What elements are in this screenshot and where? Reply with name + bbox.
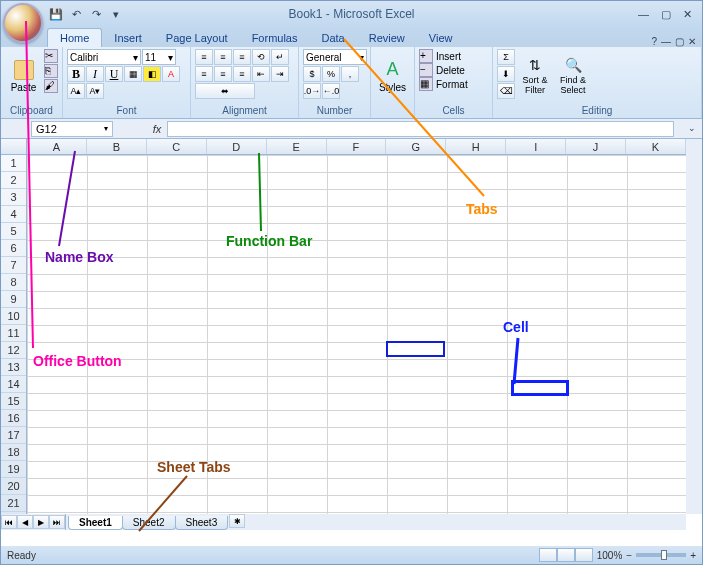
selected-cell[interactable]: [386, 341, 445, 357]
currency-icon[interactable]: $: [303, 66, 321, 82]
decrease-decimal-icon[interactable]: ←.0: [322, 83, 340, 99]
restore-window-icon[interactable]: ▢: [675, 36, 684, 47]
sheet-tab-sheet2[interactable]: Sheet2: [122, 516, 176, 530]
row-header-9[interactable]: 9: [1, 291, 26, 308]
row-header-1[interactable]: 1: [1, 155, 26, 172]
copy-icon[interactable]: ⎘: [44, 64, 58, 78]
row-header-20[interactable]: 20: [1, 478, 26, 495]
format-painter-icon[interactable]: 🖌: [44, 79, 58, 93]
decrease-indent-icon[interactable]: ⇤: [252, 66, 270, 82]
increase-indent-icon[interactable]: ⇥: [271, 66, 289, 82]
column-header-D[interactable]: D: [207, 139, 267, 154]
expand-formula-bar-icon[interactable]: ⌄: [688, 123, 700, 135]
column-header-G[interactable]: G: [386, 139, 446, 154]
column-header-A[interactable]: A: [27, 139, 87, 154]
zoom-slider[interactable]: [636, 553, 686, 557]
row-header-13[interactable]: 13: [1, 359, 26, 376]
row-header-11[interactable]: 11: [1, 325, 26, 342]
row-header-6[interactable]: 6: [1, 240, 26, 257]
tab-insert[interactable]: Insert: [102, 29, 154, 47]
row-header-14[interactable]: 14: [1, 376, 26, 393]
row-header-7[interactable]: 7: [1, 257, 26, 274]
column-header-H[interactable]: H: [446, 139, 506, 154]
row-header-10[interactable]: 10: [1, 308, 26, 325]
new-sheet-icon[interactable]: ✱: [229, 514, 245, 528]
sheet-nav-prev-icon[interactable]: ◀: [17, 515, 33, 529]
select-all-corner[interactable]: [1, 139, 27, 155]
align-right-icon[interactable]: ≡: [233, 66, 251, 82]
row-header-3[interactable]: 3: [1, 189, 26, 206]
name-box[interactable]: G12▾: [31, 121, 113, 137]
fx-button[interactable]: fx: [147, 121, 167, 137]
row-header-18[interactable]: 18: [1, 444, 26, 461]
delete-cells-icon[interactable]: −: [419, 63, 433, 77]
undo-icon[interactable]: ↶: [67, 5, 85, 23]
row-header-15[interactable]: 15: [1, 393, 26, 410]
insert-cells-icon[interactable]: +: [419, 49, 433, 63]
insert-cells-button[interactable]: Insert: [434, 51, 461, 62]
format-cells-icon[interactable]: ▦: [419, 77, 433, 91]
normal-view-icon[interactable]: [539, 548, 557, 562]
tab-page-layout[interactable]: Page Layout: [154, 29, 240, 47]
fill-color-button[interactable]: ◧: [143, 66, 161, 82]
clear-icon[interactable]: ⌫: [497, 83, 515, 99]
tab-formulas[interactable]: Formulas: [240, 29, 310, 47]
row-header-17[interactable]: 17: [1, 427, 26, 444]
font-name-combo[interactable]: Calibri▾: [67, 49, 141, 65]
autosum-icon[interactable]: Σ: [497, 49, 515, 65]
minimize-ribbon-icon[interactable]: —: [661, 36, 671, 47]
sheet-nav-last-icon[interactable]: ⏭: [49, 515, 65, 529]
italic-button[interactable]: I: [86, 66, 104, 82]
row-header-5[interactable]: 5: [1, 223, 26, 240]
zoom-out-icon[interactable]: −: [626, 550, 632, 561]
border-button[interactable]: ▦: [124, 66, 142, 82]
column-header-I[interactable]: I: [506, 139, 566, 154]
sort-filter-button[interactable]: ⇅ Sort & Filter: [517, 49, 553, 103]
number-format-combo[interactable]: General▾: [303, 49, 367, 65]
zoom-level[interactable]: 100%: [597, 550, 623, 561]
merge-center-button[interactable]: ⬌: [195, 83, 255, 99]
zoom-in-icon[interactable]: +: [690, 550, 696, 561]
row-header-19[interactable]: 19: [1, 461, 26, 478]
minimize-icon[interactable]: —: [634, 8, 653, 21]
column-header-F[interactable]: F: [327, 139, 387, 154]
row-header-8[interactable]: 8: [1, 274, 26, 291]
column-header-J[interactable]: J: [566, 139, 626, 154]
underline-button[interactable]: U: [105, 66, 123, 82]
help-icon[interactable]: ?: [651, 36, 657, 47]
horizontal-scrollbar[interactable]: [249, 514, 686, 530]
tab-view[interactable]: View: [417, 29, 465, 47]
column-header-C[interactable]: C: [147, 139, 207, 154]
page-layout-view-icon[interactable]: [557, 548, 575, 562]
find-select-button[interactable]: 🔍 Find & Select: [555, 49, 591, 103]
close-workbook-icon[interactable]: ✕: [688, 36, 696, 47]
align-bottom-icon[interactable]: ≡: [233, 49, 251, 65]
font-color-button[interactable]: A: [162, 66, 180, 82]
cells-area[interactable]: [27, 155, 686, 514]
row-header-4[interactable]: 4: [1, 206, 26, 223]
sheet-tab-sheet1[interactable]: Sheet1: [68, 516, 123, 530]
tab-review[interactable]: Review: [357, 29, 417, 47]
save-icon[interactable]: 💾: [47, 5, 65, 23]
column-header-E[interactable]: E: [267, 139, 327, 154]
comma-icon[interactable]: ,: [341, 66, 359, 82]
vertical-scrollbar[interactable]: [686, 139, 702, 514]
row-header-16[interactable]: 16: [1, 410, 26, 427]
fill-icon[interactable]: ⬇: [497, 66, 515, 82]
orientation-icon[interactable]: ⟲: [252, 49, 270, 65]
sheet-tab-sheet3[interactable]: Sheet3: [175, 516, 229, 530]
row-header-12[interactable]: 12: [1, 342, 26, 359]
shrink-font-icon[interactable]: A▾: [86, 83, 104, 99]
page-break-view-icon[interactable]: [575, 548, 593, 562]
wrap-text-icon[interactable]: ↵: [271, 49, 289, 65]
sheet-nav-first-icon[interactable]: ⏮: [1, 515, 17, 529]
tab-home[interactable]: Home: [47, 28, 102, 47]
font-size-combo[interactable]: 11▾: [142, 49, 176, 65]
align-center-icon[interactable]: ≡: [214, 66, 232, 82]
row-header-2[interactable]: 2: [1, 172, 26, 189]
delete-cells-button[interactable]: Delete: [434, 65, 465, 76]
formula-input[interactable]: [167, 121, 674, 137]
tab-data[interactable]: Data: [309, 29, 356, 47]
office-button[interactable]: [3, 3, 43, 43]
column-header-K[interactable]: K: [626, 139, 686, 154]
